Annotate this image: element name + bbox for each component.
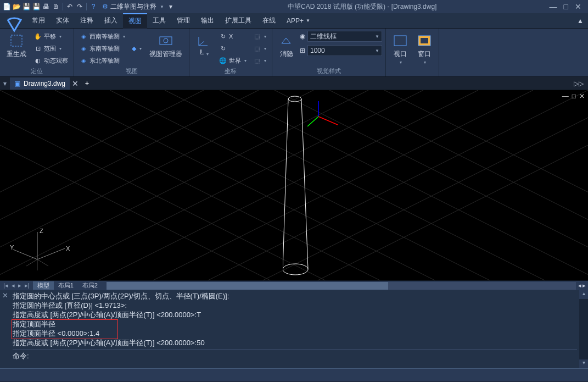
wcs-tripod: Z X Y — [10, 226, 76, 276]
view-ne-button[interactable]: ◈东北等轴测 — [77, 55, 127, 66]
svg-rect-0 — [11, 35, 22, 46]
cmd-line: 指定顶面半径 <0.0000>:1.4 — [13, 329, 577, 338]
scroll-down-icon[interactable]: ▾ — [579, 359, 588, 368]
titlebar: 📄 📂 💾 💾 🖶 🗎 ↶ ↷ ? ⚙ 二维草图与注释 ▼ ▾ 中望CAD 20… — [0, 0, 588, 13]
regen-button[interactable]: 重生成 — [3, 31, 30, 66]
group-label-visual: 视觉样式 — [276, 66, 382, 76]
view-nav-button[interactable]: ◆▾ — [130, 43, 144, 54]
qa-dropdown-icon[interactable]: ▾ — [166, 2, 175, 11]
ucs-tool1-button[interactable]: ⬚▾ — [251, 31, 268, 42]
scroll-up-icon[interactable]: ▴ — [579, 290, 588, 299]
visual-style-combo[interactable]: 二维线框▼ — [307, 31, 382, 42]
minimize-button[interactable]: — — [550, 2, 557, 11]
lt-first-icon[interactable]: |◂ — [2, 282, 9, 289]
lt-scroll-left-icon[interactable]: ◂ — [578, 282, 581, 289]
new-icon[interactable]: 📄 — [2, 2, 11, 11]
menu-home[interactable]: 常用 — [26, 13, 51, 29]
redo-icon[interactable]: ↷ — [75, 2, 84, 11]
plot-icon[interactable]: 🖶 — [42, 2, 51, 11]
doc-filename: Drawing3.dwg — [24, 80, 65, 87]
svg-point-32 — [283, 264, 308, 275]
tab-model[interactable]: 模型 — [33, 281, 54, 290]
menu-tools[interactable]: 工具 — [147, 13, 171, 29]
window-button[interactable]: 窗口 ▾ — [413, 31, 435, 68]
command-prompt: 命令: — [13, 351, 29, 361]
command-history[interactable]: 指定圆的中心点或 [三点(3P)/两点(2P)/切点、切点、半径(T)/椭圆(E… — [10, 290, 579, 368]
dwg-icon: ▣ — [14, 80, 20, 87]
pan-button[interactable]: ✋平移▾ — [32, 31, 70, 42]
menu-annotate[interactable]: 注释 — [75, 13, 99, 29]
svg-text:Z: Z — [40, 228, 43, 234]
vp-close-icon[interactable]: ✕ — [579, 92, 585, 100]
ribbon-collapse-icon[interactable]: ▲ — [577, 17, 588, 25]
ucs-tool3-button[interactable]: ⬚▾ — [251, 55, 268, 66]
doc-tab-close-icon[interactable]: ✕ — [70, 79, 81, 88]
ucs-z-button[interactable]: ↻ — [217, 43, 249, 54]
lt-last-icon[interactable]: ▸| — [24, 282, 31, 289]
workspace-dropdown[interactable]: ⚙ 二维草图与注释 ▼ — [102, 2, 164, 12]
menu-view[interactable]: 视图 — [123, 13, 147, 29]
svg-line-30 — [283, 99, 288, 269]
maximize-button[interactable]: □ — [564, 2, 568, 11]
doc-tab-active[interactable]: ▣ Drawing3.dwg — [10, 77, 70, 90]
hide-button[interactable]: 消隐 — [276, 31, 298, 66]
cmd-close-icon[interactable]: ✕ — [0, 290, 10, 368]
cmd-scrollbar[interactable]: ▴ ▾ — [579, 290, 588, 368]
document-tabs: ▾ ▣ Drawing3.dwg ✕ + ▷▷ — [0, 77, 588, 90]
orbit-icon: ◐ — [34, 57, 42, 64]
menu-output[interactable]: 输出 — [195, 13, 220, 29]
ucs-tripod — [307, 100, 351, 133]
app-logo[interactable] — [4, 14, 24, 34]
open-icon[interactable]: 📂 — [12, 2, 21, 11]
lt-scroll-right-icon[interactable]: ▸ — [583, 282, 586, 289]
ribbon-group-viewport: 视口 ▾ 窗口 ▾ — [386, 29, 439, 76]
svg-text:Y: Y — [10, 244, 14, 251]
view-se-button[interactable]: ◈东南等轴测 — [77, 43, 127, 54]
svg-point-29 — [288, 96, 301, 102]
menu-app[interactable]: APP+▼ — [281, 13, 316, 29]
command-input[interactable] — [31, 352, 577, 360]
ribbon-group-visual: 消隐 ◉ 二维线框▼ ⊞ 1000▼ 视觉样式 — [272, 29, 386, 76]
vp-maximize-icon[interactable]: □ — [572, 92, 576, 100]
undo-icon[interactable]: ↶ — [65, 2, 74, 11]
tab-layout1[interactable]: 布局1 — [54, 281, 78, 290]
ucs-button[interactable]: ╚ ▾ — [193, 31, 215, 66]
viewport-button[interactable]: 视口 ▾ — [389, 31, 411, 68]
menu-manage[interactable]: 管理 — [171, 13, 195, 29]
view-sw-button[interactable]: ◈西南等轴测▾ — [77, 31, 127, 42]
menu-solid[interactable]: 实体 — [51, 13, 75, 29]
window-icon — [417, 33, 432, 48]
view-manager-button[interactable]: 视图管理器 — [146, 31, 186, 66]
doc-tab-add-icon[interactable]: + — [81, 80, 93, 87]
ucs-x-button[interactable]: ↻X — [217, 31, 249, 42]
scale-combo[interactable]: 1000▼ — [307, 45, 382, 56]
svg-rect-1 — [160, 37, 172, 45]
ucs-icon — [196, 33, 211, 48]
cmd-line: 指定圆的半径或 [直径(D)] <1.9713>: — [13, 301, 577, 310]
menu-extend[interactable]: 扩展工具 — [220, 13, 257, 29]
svg-text:X: X — [66, 245, 70, 252]
extent-button[interactable]: ⊡范围▾ — [32, 43, 70, 54]
menu-online[interactable]: 在线 — [257, 13, 281, 29]
preview-icon[interactable]: 🗎 — [52, 2, 60, 11]
ucs-tool2-button[interactable]: ⬚▾ — [251, 43, 268, 54]
ucs-world-button[interactable]: 🌐世界▾ — [217, 55, 249, 66]
svg-line-38 — [37, 248, 65, 259]
help-icon[interactable]: ? — [89, 2, 98, 11]
drawing-viewport[interactable]: Z X Y — □ ✕ — [0, 90, 588, 280]
doc-tab-menu-icon[interactable]: ▾ — [0, 80, 10, 87]
layout-scrollbar[interactable] — [107, 282, 576, 290]
lt-prev-icon[interactable]: ◂ — [10, 282, 16, 289]
save-icon[interactable]: 💾 — [22, 2, 31, 11]
scrollbar-thumb[interactable] — [107, 282, 388, 290]
doc-tabs-overflow-icon[interactable]: ▷▷ — [574, 80, 588, 87]
close-button[interactable]: ✕ — [575, 2, 581, 11]
pan-icon: ✋ — [34, 32, 42, 40]
menu-insert[interactable]: 插入 — [99, 13, 123, 29]
orbit-button[interactable]: ◐动态观察 — [32, 55, 70, 66]
ribbon: 重生成 ✋平移▾ ⊡范围▾ ◐动态观察 定位 ◈西南等轴测▾ ◈东南等轴测 ◈东… — [0, 29, 588, 77]
lt-next-icon[interactable]: ▸ — [17, 282, 23, 289]
tab-layout2[interactable]: 布局2 — [78, 281, 102, 290]
saveall-icon[interactable]: 💾 — [32, 2, 41, 11]
vp-minimize-icon[interactable]: — — [562, 92, 569, 100]
